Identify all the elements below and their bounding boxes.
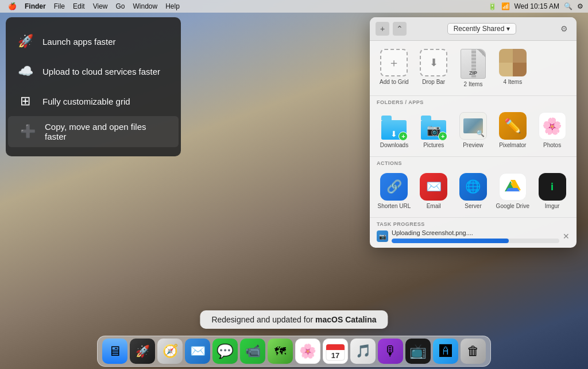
feature-item-launch: 🚀 Launch apps faster [6,26,181,56]
feature-grid-text: Fully customizable grid [42,97,130,106]
feature-launch-text: Launch apps faster [42,37,116,47]
notification-bold: macOS Catalina [315,315,377,324]
shorten-url-item[interactable]: 🔗 Shorten URL [376,170,413,213]
email-item[interactable]: ✉️ Email [415,170,452,213]
email-icon: ✉️ [420,173,447,201]
top-grid: ＋ Add to Grid ⬇ Drop Bar ZIP 2 Items 4 I… [370,41,577,96]
menubar-controlcenter[interactable]: ⚙ [577,2,583,10]
dock-item-safari[interactable]: 🧭 [157,339,183,364]
progress-filename: Uploading Screenshot.png.... [392,229,559,236]
imgur-item[interactable]: i Imgur [533,170,571,213]
menubar-search[interactable]: 🔍 [564,2,572,10]
pixelmator-label: Pixelmator [499,142,526,148]
photos-collage-icon [499,49,527,76]
photos-app-label: Photos [543,142,561,148]
dock-item-calendar[interactable]: 17 [323,339,348,364]
zip-icon: ZIP [461,49,486,79]
dropzone-panel: + ⌃ Recently Shared ▾ ⚙ ＋ Add to Grid ⬇ … [370,17,577,248]
drop-bar-label: Drop Bar [422,79,445,85]
grid-icon: ⊞ [16,92,34,110]
folders-area: ⬇ + Downloads 📷 + Pictures 🔍 Preview ✏️ [370,106,577,157]
add-to-grid-label: Add to Grid [380,79,409,85]
dropdown-label: Recently Shared [454,25,505,33]
menu-window[interactable]: Window [130,0,161,13]
svg-marker-9 [506,188,520,191]
feature-item-copy: ➕ Copy, move and open files faster [8,116,179,147]
dock-item-podcasts[interactable]: 🎙 [378,339,403,364]
menu-edit[interactable]: Edit [69,0,88,13]
menu-help[interactable]: Help [162,0,183,13]
imgur-label: Imgur [545,203,560,209]
server-icon: 🌐 [459,173,487,201]
feature-copy-text: Copy, move and open files faster [45,122,168,141]
dock-item-finder[interactable]: 🖥 [102,339,127,364]
task-progress-row: 📷 Uploading Screenshot.png.... ✕ [377,229,570,243]
feature-panel: 🚀 Launch apps faster ☁️ Upload to cloud … [6,17,181,156]
email-label: Email [427,203,441,209]
menubar-right: 🔋 📶 Wed 10:15 AM 🔍 ⚙ [488,2,584,10]
task-progress-section: TASK PROGRESS 📷 Uploading Screenshot.png… [370,218,577,248]
drop-bar-item[interactable]: ⬇ Drop Bar [415,45,452,91]
apple-menu[interactable]: 🍎 [5,0,20,13]
menu-go[interactable]: Go [113,0,129,13]
progress-thumb-icon: 📷 [377,230,388,242]
feature-item-grid: ⊞ Fully customizable grid [6,86,181,116]
menubar: 🍎 Finder File Edit View Go Window Help 🔋… [0,0,588,13]
preview-icon: 🔍 [459,112,487,140]
bottom-notification: Redesigned and updated for macOS Catalin… [200,310,388,329]
gdrive-item[interactable]: Google Drive [494,170,531,213]
dock-item-photos[interactable]: 🌸 [295,339,320,364]
progress-close-button[interactable]: ✕ [563,232,570,241]
pixelmator-icon: ✏️ [499,112,527,140]
dock-item-appletv[interactable]: 📺 [405,339,431,364]
dock: 🖥 🚀 🧭 ✉️ 💬 📹 🗺 🌸 17 🎵 🎙 📺 🅰 🗑 [97,336,491,367]
preview-label: Preview [463,142,483,148]
gdrive-label: Google Drive [496,203,529,209]
progress-content: Uploading Screenshot.png.... [392,229,559,243]
progress-bar-fill [392,239,509,243]
dock-item-maps[interactable]: 🗺 [268,339,293,364]
dock-item-messages[interactable]: 💬 [212,339,238,364]
plus-icon: ➕ [18,122,37,141]
folders-section-label: FOLDERS / APPS [370,96,577,106]
dock-item-itunes[interactable]: 🎵 [350,339,376,364]
menu-view[interactable]: View [90,0,111,13]
svg-rect-12 [326,348,345,350]
downloads-label: Downloads [380,142,408,148]
menubar-time: Wed 10:15 AM [514,2,560,10]
menu-file[interactable]: File [51,0,68,13]
server-item[interactable]: 🌐 Server [455,170,492,213]
dock-item-mail[interactable]: ✉️ [185,339,210,364]
pictures-item[interactable]: 📷 + Pictures [415,109,452,152]
dock-item-trash[interactable]: 🗑 [461,339,486,364]
zip-item[interactable]: ZIP 2 Items [455,45,492,91]
server-label: Server [465,203,481,209]
gear-icon: ⚙ [560,24,568,33]
zip-label: 2 Items [464,81,483,87]
menu-finder[interactable]: Finder [21,0,49,13]
photos-item[interactable]: 4 Items [494,45,531,91]
dock-item-appstore[interactable]: 🅰 [433,339,458,364]
photos-app-item[interactable]: 🌸 Photos [533,109,571,152]
preview-item[interactable]: 🔍 Preview [455,109,492,152]
progress-bar-wrap [392,239,559,243]
downloads-item[interactable]: ⬇ + Downloads [376,109,413,152]
settings-button[interactable]: ⚙ [557,22,571,36]
add-button[interactable]: + [376,22,389,36]
pictures-icon: 📷 + [420,112,447,140]
dock-item-launchpad[interactable]: 🚀 [130,339,155,364]
add-to-grid-item[interactable]: ＋ Add to Grid [376,45,413,91]
dock-item-facetime[interactable]: 📹 [240,339,265,364]
panel-header: + ⌃ Recently Shared ▾ ⚙ [370,17,577,41]
menubar-wifi: 📶 [501,2,510,10]
recently-shared-dropdown[interactable]: Recently Shared ▾ [447,23,517,34]
add-to-grid-icon: ＋ [380,49,408,76]
photos-app-icon: 🌸 [539,112,566,140]
feature-upload-text: Upload to cloud services faster [42,67,160,76]
svg-text:17: 17 [331,351,339,360]
actions-area: 🔗 Shorten URL ✉️ Email 🌐 Server [370,167,577,218]
imgur-icon: i [539,173,566,201]
pixelmator-item[interactable]: ✏️ Pixelmator [494,109,531,152]
dropdown-arrow: ▾ [506,25,510,33]
collapse-button[interactable]: ⌃ [393,22,407,36]
